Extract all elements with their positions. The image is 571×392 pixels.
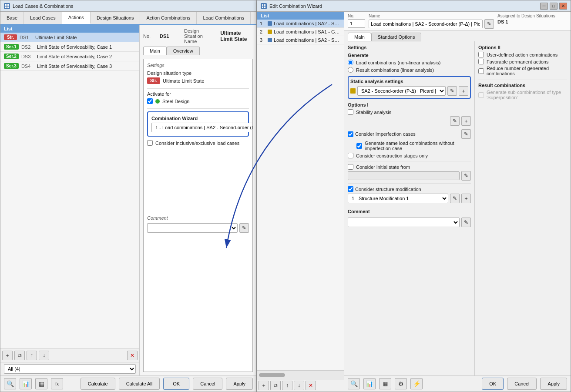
move-down-btn[interactable]: ↓	[39, 351, 49, 360]
dlg-tab-main[interactable]: Main	[348, 33, 371, 41]
initial-state-label[interactable]: Consider initial state from	[356, 164, 410, 170]
scroll-thumb[interactable]	[259, 373, 285, 377]
stability-label[interactable]: Stability analysis	[356, 110, 391, 115]
maximize-btn[interactable]: □	[550, 3, 558, 10]
activate-item-name: Steel Design	[162, 99, 189, 104]
comment-select[interactable]	[348, 218, 460, 227]
generate-sub-row: Generate sub-combinations of type 'Super…	[478, 90, 567, 100]
construction-checkbox[interactable]	[348, 153, 353, 158]
generate-same-label[interactable]: Generate same load combinations without …	[365, 141, 471, 151]
stability-add-btn[interactable]: ＋	[461, 116, 471, 126]
sub-tab-main[interactable]: Main	[143, 47, 167, 55]
static-analysis-select[interactable]: SA2 - Second-order (P-Δ) | Picard | 100 …	[357, 86, 446, 96]
cancel-btn[interactable]: Cancel	[193, 378, 222, 390]
tab-design-situations[interactable]: Design Situations	[91, 12, 141, 24]
model-btn[interactable]: ▦	[35, 378, 47, 389]
name-edit-btn[interactable]: ✎	[484, 19, 494, 29]
dlg-grid-btn[interactable]: ▦	[379, 378, 391, 389]
construction-label[interactable]: Consider construction stages only	[356, 153, 428, 158]
structure-mod-select[interactable]: 1 - Structure Modification 1	[348, 194, 448, 203]
stability-checkbox[interactable]	[348, 109, 353, 115]
include-exclusive-checkbox[interactable]	[147, 140, 153, 146]
item-name: Ultimate Limit State	[35, 35, 136, 40]
ok-btn[interactable]: OK	[163, 378, 189, 390]
generate-sub-checkbox[interactable]	[478, 92, 484, 98]
radio-linear-label[interactable]: Result combinations (linear analysis)	[356, 67, 434, 73]
apply-btn[interactable]: Apply	[226, 378, 253, 390]
combo-wizard-select[interactable]: 1 - Load combinations | SA2 - Second-ord…	[151, 123, 253, 132]
calculate-all-btn[interactable]: Calculate All	[119, 378, 160, 390]
activate-checkbox[interactable]	[147, 98, 153, 104]
structure-mod-checkbox[interactable]	[348, 186, 353, 192]
edit-dialog: Edit Combination Wizard ─ □ ✕ List 1 Loa…	[257, 0, 571, 392]
tab-action-combinations[interactable]: Action Combinations	[140, 12, 197, 24]
imperfection-checkbox[interactable]	[348, 131, 353, 137]
initial-state-edit-btn[interactable]: ✎	[461, 171, 471, 181]
user-defined-label[interactable]: User-defined action combinations	[487, 52, 558, 57]
tab-load-combinations[interactable]: Load Combinations	[197, 12, 251, 24]
no-input[interactable]	[348, 19, 365, 28]
delete-item-btn[interactable]: ✕	[127, 351, 138, 360]
tab-base[interactable]: Base	[0, 12, 24, 24]
dialog-list-item[interactable]: 3 Load combinations | SA2 - Secon...	[257, 36, 344, 44]
structure-mod-add-btn[interactable]: ＋	[461, 194, 471, 203]
initial-state-row: Consider initial state from	[348, 164, 471, 170]
dlg-settings-btn[interactable]: ⚙	[395, 378, 407, 389]
tab-actions[interactable]: Actions	[62, 12, 91, 24]
dialog-list-item[interactable]: 2 Load combinations | SA1 - Geom...	[257, 28, 344, 36]
stability-edit-btn[interactable]: ✎	[450, 116, 460, 126]
search-btn[interactable]: 🔍	[4, 378, 16, 389]
move-up-btn[interactable]: ↑	[27, 351, 37, 360]
radio-nonlinear-label[interactable]: Load combinations (non-linear analysis)	[356, 60, 440, 65]
calculate-btn[interactable]: Calculate	[81, 378, 115, 390]
dlg-down-btn[interactable]: ↓	[294, 381, 304, 390]
sub-tab-overview[interactable]: Overview	[167, 47, 200, 55]
item-color	[268, 38, 272, 42]
dialog-list-item[interactable]: 1 Load combinations | SA2 - Secon...	[257, 20, 344, 28]
dlg-extra-btn[interactable]: ⚡	[410, 378, 423, 389]
tab-load-cases[interactable]: Load Cases	[24, 12, 62, 24]
favorable-checkbox[interactable]	[478, 59, 484, 64]
list-item[interactable]: Str. DS1 Ultimate Limit State	[0, 33, 139, 42]
generate-same-checkbox[interactable]	[356, 143, 362, 149]
dlg-up-btn[interactable]: ↑	[282, 381, 292, 390]
item-code: DS4	[21, 64, 34, 69]
comment-edit-btn[interactable]: ✎	[239, 223, 249, 233]
structure-mod-edit-btn[interactable]: ✎	[450, 194, 460, 203]
list-item[interactable]: Ser.3 DS4 Limit State of Serviceability,…	[0, 61, 139, 71]
function-btn[interactable]: fx	[51, 378, 63, 389]
filter-select[interactable]: All (4)	[4, 364, 136, 374]
reduce-label[interactable]: Reduce number of generated combinations	[487, 66, 567, 76]
add-item-btn[interactable]: ＋	[2, 351, 13, 360]
dlg-cancel-btn[interactable]: Cancel	[507, 378, 537, 390]
radio-nonlinear-input[interactable]	[348, 60, 353, 65]
dlg-stats-btn[interactable]: 📊	[363, 378, 376, 389]
comment-select[interactable]	[147, 223, 238, 233]
dlg-tab-standard[interactable]: Standard Options	[371, 33, 422, 41]
imperfection-edit-btn[interactable]: ✎	[461, 129, 471, 139]
reduce-checkbox[interactable]	[478, 68, 484, 74]
sa-add-btn[interactable]: ＋	[459, 86, 468, 96]
radio-linear-input[interactable]	[348, 67, 353, 73]
dlg-ok-btn[interactable]: OK	[482, 378, 504, 390]
name-input[interactable]	[369, 20, 483, 28]
user-defined-checkbox[interactable]	[478, 52, 484, 57]
initial-state-checkbox[interactable]	[348, 164, 353, 170]
minimize-btn[interactable]: ─	[540, 3, 548, 10]
comment-edit-btn[interactable]: ✎	[461, 218, 471, 227]
copy-item-btn[interactable]: ⧉	[14, 351, 25, 360]
list-item[interactable]: Ser.1 DS2 Limit State of Serviceability,…	[0, 42, 139, 52]
close-btn[interactable]: ✕	[559, 3, 567, 10]
initial-state-input[interactable]	[348, 171, 460, 180]
sa-edit-btn[interactable]: ✎	[447, 86, 457, 96]
dlg-del-btn[interactable]: ✕	[306, 381, 316, 390]
dlg-add-btn[interactable]: ＋	[259, 381, 269, 390]
list-item[interactable]: Ser.2 DS3 Limit State of Serviceability,…	[0, 52, 139, 61]
dlg-apply-btn[interactable]: Apply	[540, 378, 567, 390]
generate-sub-label[interactable]: Generate sub-combinations of type 'Super…	[487, 90, 567, 100]
dlg-search-btn[interactable]: 🔍	[348, 378, 360, 389]
dlg-copy-btn[interactable]: ⧉	[270, 381, 281, 390]
favorable-label[interactable]: Favorable permanent actions	[487, 59, 548, 64]
stats-btn[interactable]: 📊	[20, 378, 32, 389]
svg-rect-2	[5, 7, 7, 8]
